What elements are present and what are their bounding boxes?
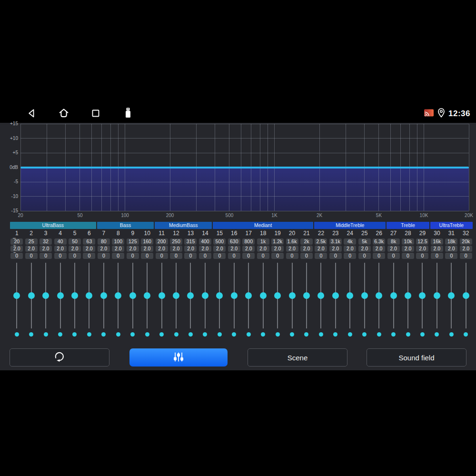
slider-knob[interactable]	[303, 292, 310, 299]
q-value[interactable]: 2.0	[271, 246, 284, 252]
q-value[interactable]: 2.0	[300, 246, 313, 252]
freq-value[interactable]: 400	[199, 238, 211, 245]
freq-value[interactable]: 200	[156, 238, 168, 245]
q-value[interactable]: 2.0	[112, 246, 124, 252]
slider-knob[interactable]	[115, 292, 121, 299]
gain-value[interactable]: 0	[228, 253, 240, 259]
freq-value[interactable]: 40	[54, 238, 67, 245]
freq-value[interactable]: 16k	[431, 238, 443, 245]
sound-field-button[interactable]: Sound field	[367, 348, 466, 367]
gain-value[interactable]: 0	[83, 253, 95, 259]
q-value[interactable]: 2.0	[25, 246, 38, 252]
q-value[interactable]: 2.0	[460, 246, 472, 252]
freq-value[interactable]: 1k	[257, 238, 269, 245]
q-value[interactable]: 2.0	[69, 246, 81, 252]
freq-value[interactable]: 630	[228, 238, 240, 245]
freq-value[interactable]: 2k	[300, 238, 313, 245]
slider-knob[interactable]	[187, 292, 194, 299]
freq-value[interactable]: 50	[69, 238, 81, 245]
freq-value[interactable]: 18k	[445, 238, 457, 245]
freq-value[interactable]: 6.3k	[373, 238, 385, 245]
slider-knob[interactable]	[361, 292, 368, 299]
gain-value[interactable]: 0	[184, 253, 197, 259]
q-value[interactable]: 2.0	[242, 246, 255, 252]
band-group-bass[interactable]: Bass	[97, 222, 154, 229]
band-group-ultrabass[interactable]: UltraBass	[10, 222, 96, 229]
q-value[interactable]: 2.0	[40, 246, 52, 252]
slider-knob[interactable]	[13, 292, 20, 299]
slider-knob[interactable]	[216, 292, 223, 299]
slider-knob[interactable]	[289, 292, 296, 299]
gain-value[interactable]: 0	[402, 253, 414, 259]
slider-knob[interactable]	[376, 292, 382, 299]
freq-value[interactable]: 250	[170, 238, 182, 245]
slider-knob[interactable]	[390, 292, 397, 299]
q-value[interactable]: 2.0	[127, 246, 139, 252]
back-button[interactable]	[26, 108, 38, 120]
freq-value[interactable]: 80	[98, 238, 110, 245]
freq-value[interactable]: 160	[141, 238, 153, 245]
freq-value[interactable]: 20k	[460, 238, 472, 245]
gain-value[interactable]: 0	[373, 253, 385, 259]
gain-value[interactable]: 0	[242, 253, 255, 259]
slider-knob[interactable]	[332, 292, 339, 299]
q-value[interactable]: 2.0	[83, 246, 95, 252]
gain-value[interactable]: 0	[257, 253, 269, 259]
q-value[interactable]: 2.0	[98, 246, 110, 252]
q-value[interactable]: 2.0	[431, 246, 443, 252]
slider-knob[interactable]	[231, 292, 238, 299]
freq-value[interactable]: 25	[25, 238, 38, 245]
freq-value[interactable]: 500	[213, 238, 226, 245]
q-value[interactable]: 2.0	[141, 246, 153, 252]
gain-value[interactable]: 0	[40, 253, 52, 259]
slider-knob[interactable]	[347, 292, 353, 299]
slider-knob[interactable]	[57, 292, 64, 299]
q-value[interactable]: 2.0	[54, 246, 67, 252]
slider-knob[interactable]	[159, 292, 165, 299]
gain-value[interactable]: 0	[98, 253, 110, 259]
slider-knob[interactable]	[86, 292, 92, 299]
q-value[interactable]: 2.0	[10, 246, 23, 252]
q-value[interactable]: 2.0	[286, 246, 298, 252]
freq-value[interactable]: 63	[83, 238, 95, 245]
q-value[interactable]: 2.0	[199, 246, 211, 252]
gain-value[interactable]: 0	[213, 253, 226, 259]
freq-value[interactable]: 5k	[358, 238, 371, 245]
band-group-ultratreble[interactable]: UltraTreble	[430, 222, 473, 229]
gain-value[interactable]: 0	[344, 253, 356, 259]
band-group-mediant[interactable]: Mediant	[213, 222, 313, 229]
freq-value[interactable]: 100	[112, 238, 124, 245]
slider-knob[interactable]	[71, 292, 78, 299]
freq-value[interactable]: 3.1k	[329, 238, 342, 245]
freq-value[interactable]: 1.2k	[271, 238, 284, 245]
q-value[interactable]: 2.0	[387, 246, 400, 252]
gain-value[interactable]: 0	[25, 253, 38, 259]
gain-value[interactable]: 0	[315, 253, 327, 259]
gain-value[interactable]: 0	[300, 253, 313, 259]
slider-knob[interactable]	[173, 292, 179, 299]
slider-knob[interactable]	[245, 292, 252, 299]
gain-value[interactable]: 0	[112, 253, 124, 259]
q-value[interactable]: 2.0	[170, 246, 182, 252]
slider-knob[interactable]	[463, 292, 469, 299]
gain-value[interactable]: 0	[199, 253, 211, 259]
slider-knob[interactable]	[144, 292, 150, 299]
reset-button[interactable]	[10, 348, 109, 367]
q-value[interactable]: 2.0	[373, 246, 385, 252]
gain-value[interactable]: 0	[271, 253, 284, 259]
recents-button[interactable]	[89, 108, 102, 120]
q-value[interactable]: 2.0	[329, 246, 342, 252]
gain-value[interactable]: 0	[460, 253, 472, 259]
q-value[interactable]: 2.0	[402, 246, 414, 252]
freq-value[interactable]: 125	[127, 238, 139, 245]
q-value[interactable]: 2.0	[228, 246, 240, 252]
band-group-treble[interactable]: Treble	[387, 222, 429, 229]
q-value[interactable]: 2.0	[257, 246, 269, 252]
slider-knob[interactable]	[448, 292, 455, 299]
gain-value[interactable]: 0	[387, 253, 400, 259]
slider-knob[interactable]	[274, 292, 281, 299]
freq-value[interactable]: 10k	[402, 238, 414, 245]
home-button[interactable]	[58, 108, 70, 120]
slider-knob[interactable]	[28, 292, 35, 299]
gain-value[interactable]: 0	[416, 253, 428, 259]
